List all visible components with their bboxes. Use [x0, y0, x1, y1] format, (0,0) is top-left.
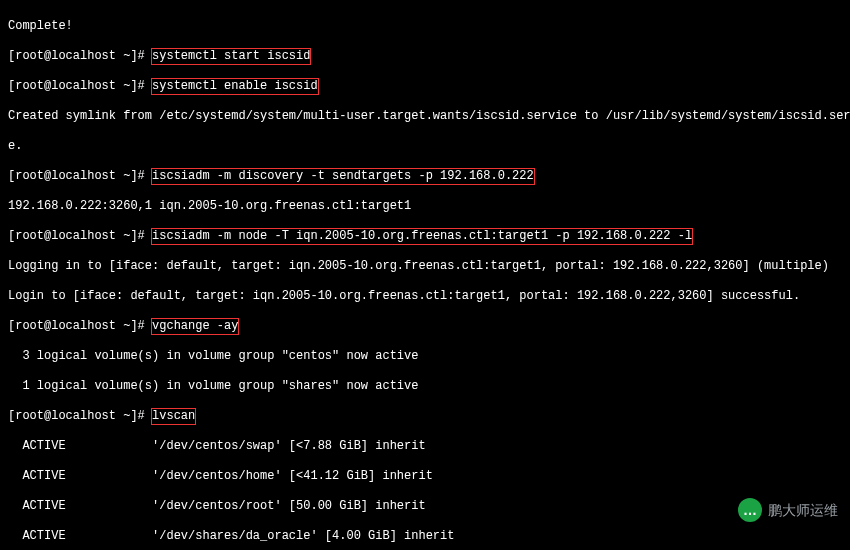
command-vgchange: vgchange -ay	[152, 319, 238, 334]
output-line: e.	[8, 139, 842, 154]
prompt: [root@localhost ~]#	[8, 79, 152, 93]
prompt: [root@localhost ~]#	[8, 229, 152, 243]
prompt-line: [root@localhost ~]# lvscan	[8, 409, 842, 424]
command-iscsi-login: iscsiadm -m node -T iqn.2005-10.org.free…	[152, 229, 692, 244]
prompt-line: [root@localhost ~]# vgchange -ay	[8, 319, 842, 334]
prompt-line: [root@localhost ~]# systemctl enable isc…	[8, 79, 842, 94]
wechat-icon	[738, 498, 762, 522]
output-line: Created symlink from /etc/systemd/system…	[8, 109, 842, 124]
command-lvscan: lvscan	[152, 409, 195, 424]
command-start-iscsid: systemctl start iscsid	[152, 49, 310, 64]
watermark: 鹏大师运维	[738, 498, 838, 522]
prompt: [root@localhost ~]#	[8, 409, 152, 423]
output-line: ACTIVE '/dev/centos/root' [50.00 GiB] in…	[8, 499, 842, 514]
output-line: ACTIVE '/dev/shares/da_oracle' [4.00 GiB…	[8, 529, 842, 544]
prompt: [root@localhost ~]#	[8, 169, 152, 183]
output-line: 192.168.0.222:3260,1 iqn.2005-10.org.fre…	[8, 199, 842, 214]
output-line: ACTIVE '/dev/centos/swap' [<7.88 GiB] in…	[8, 439, 842, 454]
command-iscsi-discovery: iscsiadm -m discovery -t sendtargets -p …	[152, 169, 534, 184]
output-line: 3 logical volume(s) in volume group "cen…	[8, 349, 842, 364]
prompt-line: [root@localhost ~]# iscsiadm -m discover…	[8, 169, 842, 184]
terminal[interactable]: Complete! [root@localhost ~]# systemctl …	[0, 0, 850, 550]
output-line: Complete!	[8, 19, 842, 34]
output-line: Logging in to [iface: default, target: i…	[8, 259, 842, 274]
prompt-line: [root@localhost ~]# systemctl start iscs…	[8, 49, 842, 64]
output-line: 1 logical volume(s) in volume group "sha…	[8, 379, 842, 394]
prompt: [root@localhost ~]#	[8, 49, 152, 63]
watermark-text: 鹏大师运维	[768, 503, 838, 518]
command-enable-iscsid: systemctl enable iscsid	[152, 79, 318, 94]
prompt: [root@localhost ~]#	[8, 319, 152, 333]
output-line: Login to [iface: default, target: iqn.20…	[8, 289, 842, 304]
prompt-line: [root@localhost ~]# iscsiadm -m node -T …	[8, 229, 842, 244]
output-line: ACTIVE '/dev/centos/home' [<41.12 GiB] i…	[8, 469, 842, 484]
